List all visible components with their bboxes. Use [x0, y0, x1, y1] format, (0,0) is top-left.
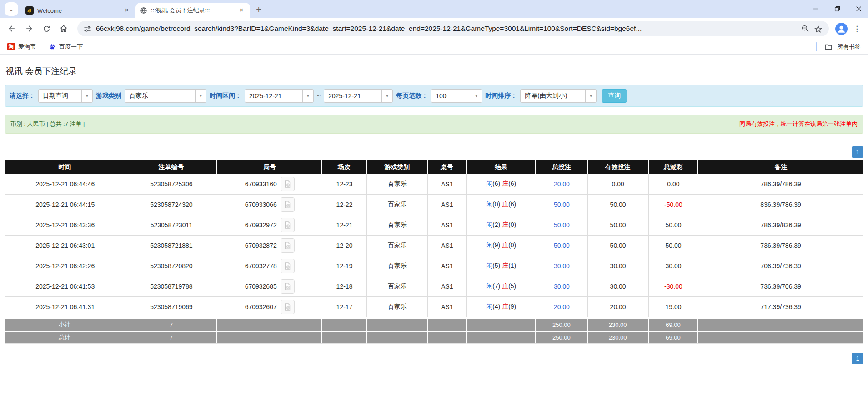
- cell-total-bet[interactable]: 50.00: [536, 215, 587, 236]
- chevron-down-icon[interactable]: ▼: [195, 90, 206, 102]
- date-range-label: 时间区间：: [210, 92, 241, 100]
- video-file-icon: [283, 221, 291, 229]
- chevron-down-icon[interactable]: ▼: [302, 90, 313, 102]
- cell-time: 2025-12-21 06:44:15: [5, 195, 125, 215]
- video-replay-button[interactable]: [281, 238, 295, 253]
- divider: [816, 42, 817, 51]
- restore-button[interactable]: [834, 6, 840, 12]
- video-replay-button[interactable]: [281, 177, 295, 191]
- round-id: 670932872: [245, 242, 277, 249]
- cell-total-bet[interactable]: 20.00: [536, 297, 587, 317]
- round-id: 670932685: [245, 283, 277, 290]
- address-bar[interactable]: 66cxkj98.com/game/betrecord_search/kind3…: [77, 21, 829, 36]
- minimize-button[interactable]: [813, 6, 819, 12]
- cell-payout: 19.00: [649, 297, 699, 317]
- cell-round: 670932972: [217, 215, 322, 236]
- cell-note: 706.39/736.39: [698, 256, 863, 276]
- close-icon[interactable]: ×: [237, 6, 246, 15]
- welcome-tab-favicon: [25, 6, 34, 15]
- cell-payout: 30.00: [649, 256, 699, 276]
- total-label: 总计: [5, 331, 125, 344]
- cell-table-no: AS1: [428, 236, 467, 256]
- player-result-label: 闲: [486, 241, 492, 249]
- page-1-button[interactable]: 1: [852, 146, 863, 158]
- zoom-out-icon[interactable]: [801, 25, 809, 33]
- video-replay-button[interactable]: [281, 300, 295, 314]
- page-1-button[interactable]: 1: [852, 353, 863, 364]
- all-bookmarks-button[interactable]: 所有书签: [816, 42, 861, 51]
- cell-valid-bet: 30.00: [588, 256, 649, 276]
- video-replay-button[interactable]: [281, 259, 295, 273]
- cell-bet-id: 523058721881: [125, 236, 217, 256]
- cell-payout: -30.00: [649, 276, 699, 297]
- subtotal-valid-bet: 230.00: [588, 317, 649, 331]
- subtotal-count: 7: [125, 317, 217, 331]
- site-info-icon[interactable]: [84, 25, 91, 33]
- game-type-select[interactable]: 百家乐 ▼: [125, 89, 206, 103]
- video-file-icon: [283, 303, 291, 311]
- cell-time: 2025-12-21 06:43:36: [5, 215, 125, 236]
- tab-welcome[interactable]: Welcome ×: [21, 3, 135, 18]
- cell-session: 12-22: [322, 195, 367, 215]
- page-size-select[interactable]: 100 ▼: [431, 89, 482, 103]
- chevron-down-icon[interactable]: ▼: [381, 90, 392, 102]
- reload-button[interactable]: [39, 21, 54, 36]
- total-row: 总计 7 250.00 230.00 69.00: [5, 331, 863, 344]
- cell-total-bet[interactable]: 50.00: [536, 195, 587, 215]
- player-result-label: 闲: [486, 180, 492, 187]
- chevron-down-icon[interactable]: ▼: [81, 90, 92, 102]
- table-row: 2025-12-21 06:43:01 523058721881 6709328…: [5, 236, 863, 256]
- forward-button[interactable]: [22, 21, 36, 36]
- cell-session: 12-20: [322, 236, 367, 256]
- table-row: 2025-12-21 06:42:26 523058720820 6709327…: [5, 256, 863, 276]
- bookmark-baidu[interactable]: 百度一下: [49, 43, 83, 51]
- sort-select[interactable]: 降幂(由大到小) ▼: [520, 89, 597, 103]
- video-replay-button[interactable]: [281, 197, 295, 212]
- cell-valid-bet: 50.00: [588, 215, 649, 236]
- video-replay-button[interactable]: [281, 279, 295, 294]
- cell-valid-bet: 30.00: [588, 276, 649, 297]
- chevron-down-icon[interactable]: ▼: [585, 90, 596, 102]
- table-row: 2025-12-21 06:41:31 523058719069 6709326…: [5, 297, 863, 317]
- video-file-icon: [283, 180, 291, 188]
- banker-result-value: (6): [508, 180, 516, 187]
- date-start-select[interactable]: 2025-12-21 ▼: [245, 89, 314, 103]
- chevron-down-icon[interactable]: ▼: [471, 90, 482, 102]
- url-text[interactable]: 66cxkj98.com/game/betrecord_search/kind3…: [96, 25, 797, 33]
- video-replay-button[interactable]: [281, 218, 295, 232]
- query-type-select[interactable]: 日期查询 ▼: [38, 89, 93, 103]
- search-button[interactable]: 查询: [602, 89, 627, 103]
- banker-result-value: (9): [508, 303, 516, 310]
- cell-round: 670932685: [217, 276, 322, 297]
- bookmark-star-icon[interactable]: [814, 25, 823, 33]
- home-button[interactable]: [56, 21, 71, 36]
- cell-time: 2025-12-21 06:41:31: [5, 297, 125, 317]
- banker-result-value: (0): [508, 241, 516, 249]
- back-button[interactable]: [5, 21, 19, 36]
- player-result-value: (0): [492, 200, 500, 208]
- profile-avatar[interactable]: [835, 23, 848, 35]
- player-result-label: 闲: [486, 262, 492, 269]
- cell-total-bet[interactable]: 30.00: [536, 276, 587, 297]
- cell-total-bet[interactable]: 50.00: [536, 236, 587, 256]
- tab-search-button[interactable]: ⌄: [5, 2, 18, 16]
- close-icon[interactable]: ×: [123, 6, 131, 15]
- close-window-button[interactable]: [856, 6, 862, 12]
- cell-total-bet[interactable]: 30.00: [536, 256, 587, 276]
- browser-menu-icon[interactable]: ⋮: [850, 24, 863, 34]
- cell-total-bet[interactable]: 20.00: [536, 174, 587, 195]
- total-count: 7: [125, 331, 217, 344]
- column-header-3: 场次: [322, 160, 367, 174]
- new-tab-button[interactable]: +: [253, 4, 265, 15]
- page-content: 视讯 会员下注纪录 请选择： 日期查询 ▼ 游戏类别 百家乐 ▼ 时间区间： 2…: [0, 65, 868, 364]
- tab-bet-record[interactable]: :::视讯 会员下注纪录::: ×: [135, 3, 250, 18]
- cell-result: 闲(6) 庄(6): [467, 174, 536, 195]
- all-bookmarks-label: 所有书签: [837, 43, 861, 51]
- date-end-select[interactable]: 2025-12-21 ▼: [324, 89, 393, 103]
- cell-game-type: 百家乐: [367, 236, 428, 256]
- summary-bar: 币别 : 人民币 | 总共 :7 注单 | 同局有效投注，统一计算在该局第一张注…: [5, 115, 863, 134]
- bookmark-taobao[interactable]: 淘 爱淘宝: [7, 43, 36, 51]
- cell-note: 717.39/736.39: [698, 297, 863, 317]
- cell-table-no: AS1: [428, 215, 467, 236]
- player-result-value: (6): [492, 180, 500, 187]
